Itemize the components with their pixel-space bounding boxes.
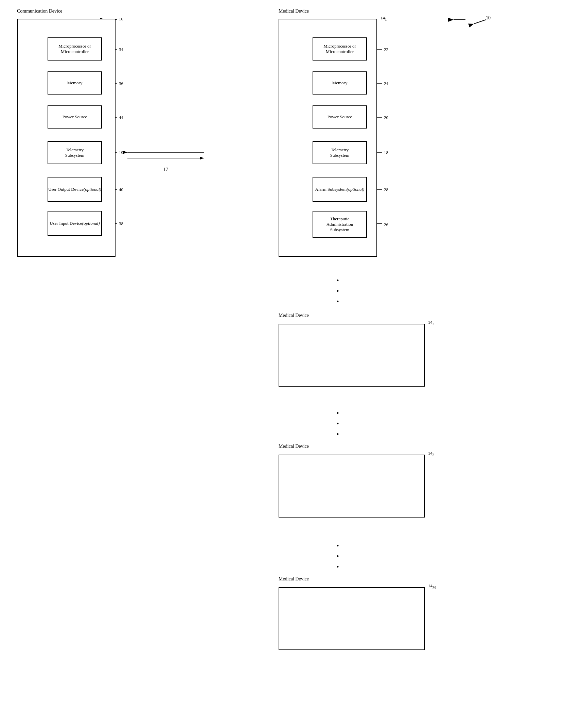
medical-device-2-title: Medical Device xyxy=(279,313,309,318)
medical-device-1-ref10: 10 xyxy=(486,15,491,21)
md-memory-ref: 24 xyxy=(384,81,388,86)
cd-user-output-box: User Output Device(optional) xyxy=(48,177,102,202)
md-alarm-box: Alarm Subsystem(optional) xyxy=(313,177,367,202)
telemetry-link-ref: 17 xyxy=(163,167,168,172)
medical-device-3-outer-box xyxy=(279,455,425,518)
cd-memory-box: Memory xyxy=(48,71,102,95)
cd-user-output-ref: 40 xyxy=(119,187,123,192)
cd-power-ref: 44 xyxy=(119,115,123,120)
md-memory-box: Memory xyxy=(313,71,367,95)
md-power-box: Power Source xyxy=(313,105,367,129)
medical-device-2-outer-box xyxy=(279,324,425,387)
cd-microprocessor-ref: 34 xyxy=(119,47,123,52)
md-telemetry-ref: 18 xyxy=(384,150,388,155)
svg-line-23 xyxy=(474,20,486,24)
cd-power-box: Power Source xyxy=(48,105,102,129)
medical-device-m-outer-box xyxy=(279,587,425,650)
md-microprocessor-box: Microprocessor orMicrocontroller xyxy=(313,37,367,61)
cd-telemetry-box: TelemetrySubsystem xyxy=(48,141,102,164)
dots-2: ••• xyxy=(336,408,339,439)
cd-user-input-box: User Input Device(optional) xyxy=(48,211,102,236)
medical-device-m-ref: 14M xyxy=(428,583,436,589)
md-therapeutic-ref: 26 xyxy=(384,222,388,227)
medical-device-3-ref: 143 xyxy=(428,451,434,457)
medical-device-m-title: Medical Device xyxy=(279,576,309,582)
md-power-ref: 20 xyxy=(384,115,388,120)
cd-microprocessor-box: Microprocessor orMicrocontroller xyxy=(48,37,102,61)
cd-memory-ref: 36 xyxy=(119,81,123,86)
comm-device-title: Communication Device xyxy=(17,9,62,14)
cd-telemetry-ref: 19 xyxy=(119,150,123,155)
md-therapeutic-box: TheraputicAdministrationSubsystem xyxy=(313,211,367,238)
medical-device-1-ref14: 141 xyxy=(381,15,387,21)
medical-device-2-ref: 142 xyxy=(428,320,434,326)
comm-device-ref16: 16 xyxy=(119,16,123,22)
medical-device-3-title: Medical Device xyxy=(279,444,309,449)
dots-3: ••• xyxy=(336,541,339,572)
md-microprocessor-ref: 22 xyxy=(384,47,388,52)
diagram: Communication Device 16 Microprocessor o… xyxy=(0,0,583,728)
dots-1: ••• xyxy=(336,275,339,307)
md-telemetry-box: TelemetrySubsystem xyxy=(313,141,367,164)
medical-device-1-title: Medical Device xyxy=(279,9,309,14)
cd-user-input-ref: 38 xyxy=(119,221,123,226)
md-alarm-ref: 28 xyxy=(384,187,388,192)
